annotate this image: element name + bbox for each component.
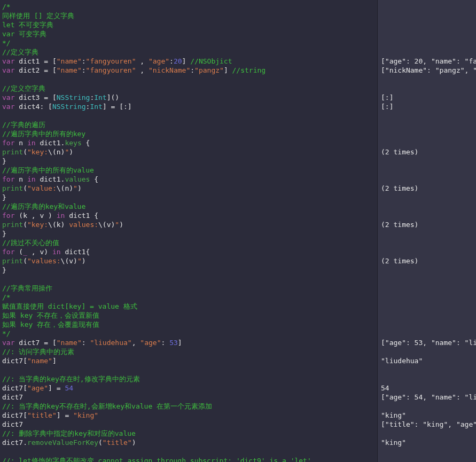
code-line[interactable]: print("value:\(n)") <box>2 184 377 193</box>
code-line[interactable]: var dict2 = ["name":"fangyouren" , "nick… <box>2 66 377 75</box>
code-line[interactable]: var dict3 = [NSString:Int]() <box>2 93 377 102</box>
line-comment: //: 当字典的key存在时,修改字典中的元素 <box>2 375 140 383</box>
result-value: ["nickName": "pangz", "na... <box>381 66 476 75</box>
line-comment: //: 删除字典中指定的key和对应的value <box>2 429 136 437</box>
code-editor-pane[interactable]: /* 同样使用 [] 定义字典 let 不可变字典 var 可变字典 */ //… <box>0 0 377 462</box>
block-comment: var 可变字典 <box>2 30 46 38</box>
result-value: (2 times) <box>381 220 476 229</box>
code-line[interactable]: var dict4: [NSString:Int] = [:] <box>2 102 377 111</box>
result-value: "king" <box>381 438 476 447</box>
line-comment: //: 当字典的key不存在时,会新增key和value 在第一个元素添加 <box>2 402 212 410</box>
code-line[interactable]: for n in dict1.values { <box>2 175 377 184</box>
line-comment: //遍历字典中的所有的value <box>2 166 94 174</box>
line-comment: //定义空字典 <box>2 84 45 92</box>
line-comment: //: let修饰的字典不能改变 cannot assign through s… <box>2 457 311 462</box>
result-value: ["age": 53, "name": "liudehu <box>381 338 476 347</box>
code-line[interactable]: dict7.removeValueForKey("title") <box>2 438 377 447</box>
code-line[interactable]: var dict1 = ["name":"fangyouren" , "age"… <box>2 57 377 66</box>
result-value: 54 <box>381 383 476 393</box>
result-value: [:] <box>381 102 476 111</box>
line-comment: //跳过不关心的值 <box>2 239 59 247</box>
code-line[interactable]: for (k , v ) in dict1 { <box>2 211 377 220</box>
block-comment: */ <box>2 39 11 47</box>
result-value: (2 times) <box>381 256 476 265</box>
code-line[interactable]: var dict7 = ["name": "liudehua", "age": … <box>2 338 377 347</box>
line-comment: //遍历字典中的所有的key <box>2 130 85 138</box>
result-value: ["age": 54, "name": "liudehu <box>381 393 476 402</box>
code-line[interactable]: dict7["name"] <box>2 356 377 365</box>
line-comment: //: 访问字典中的元素 <box>2 348 74 356</box>
code-line[interactable]: print("key:\(n)") <box>2 147 377 156</box>
code-line[interactable]: for n in dict1.keys { <box>2 138 377 147</box>
block-comment: /* <box>2 3 11 11</box>
result-value: (2 times) <box>381 184 476 193</box>
line-comment: //遍历字典的key和value <box>2 202 85 210</box>
result-value: "king" <box>381 411 476 420</box>
line-comment: //字典常用操作 <box>2 284 52 292</box>
result-value: ["title": "king", "age": 54, "n <box>381 420 476 429</box>
block-comment: 同样使用 [] 定义字典 <box>2 12 74 20</box>
line-comment: //定义字典 <box>2 48 38 56</box>
code-line[interactable]: print("values:\(v)") <box>2 256 377 265</box>
result-value: (2 times) <box>381 147 476 156</box>
code-line[interactable]: dict7["age"] = 54 <box>2 383 377 393</box>
code-line[interactable]: dict7["title"] = "king" <box>2 411 377 420</box>
code-line[interactable]: print("key:\(k) values:\(v)") <box>2 220 377 229</box>
results-sidebar[interactable]: ["age": 20, "name": "fangyo ["nickName":… <box>377 0 476 462</box>
block-comment: let 不可变字典 <box>2 21 53 29</box>
code-line[interactable]: for (_ , v) in dict1{ <box>2 247 377 256</box>
result-value: "liudehua" <box>381 356 476 365</box>
result-value: [:] <box>381 93 476 102</box>
line-comment: //字典的遍历 <box>2 121 45 129</box>
result-value: ["age": 20, "name": "fangyo <box>381 57 476 66</box>
